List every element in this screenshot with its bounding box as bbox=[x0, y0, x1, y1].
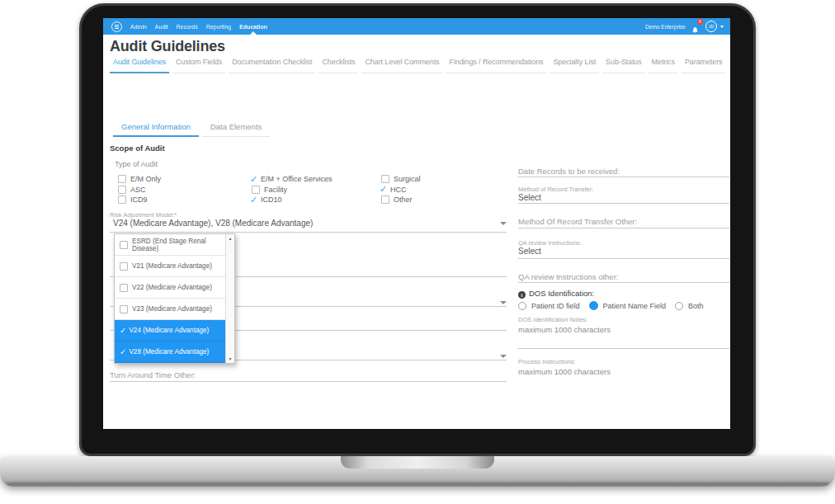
checkbox-icon bbox=[120, 284, 128, 292]
text-field-underline[interactable] bbox=[518, 228, 729, 228]
option-label: ESRD (End Stage Renal Disease) bbox=[132, 238, 224, 252]
dos-notes-textarea[interactable]: maximum 1000 characters bbox=[518, 325, 611, 334]
option-label: V23 (Medicare Advantage) bbox=[132, 305, 212, 313]
right-form-column: Date Records to be received: Method of R… bbox=[518, 18, 729, 429]
page-title: Audit Guidelines bbox=[110, 38, 225, 55]
dos-radio-group: Patient ID field Patient Name Field Both bbox=[518, 301, 704, 310]
checkbox-icon bbox=[252, 186, 260, 194]
date-records-label: Date Records to be received: bbox=[518, 167, 620, 176]
field-underline bbox=[110, 232, 507, 233]
radio-label-patient-name[interactable]: Patient Name Field bbox=[603, 302, 667, 310]
checkbox-icon bbox=[381, 175, 389, 183]
process-instructions-label: Process Instructions: bbox=[518, 358, 576, 365]
dos-identification-notes-label: DOS Identification Notes: bbox=[518, 316, 587, 323]
subtab-data-elements[interactable]: Data Elements bbox=[202, 122, 270, 137]
dropdown-option-v21[interactable]: V21 (Medicare Advantage) bbox=[115, 256, 234, 277]
checkbox-icon bbox=[120, 241, 128, 249]
option-label: V21 (Medicare Advantage) bbox=[132, 262, 212, 270]
scope-of-audit-heading: Scope of Audit bbox=[110, 144, 165, 153]
laptop-mockup-stage: Admin Audit Records Reporting Education … bbox=[0, 0, 835, 504]
scroll-down-icon[interactable]: ▼ bbox=[226, 356, 234, 362]
checkmark-icon: ✓ bbox=[120, 326, 126, 335]
sub-tab-bar: General Information Data Elements bbox=[113, 122, 273, 137]
radio-label-both[interactable]: Both bbox=[688, 302, 704, 310]
checkbox-surgical[interactable]: Surgical bbox=[381, 174, 505, 185]
chevron-down-icon[interactable] bbox=[500, 301, 507, 304]
checkmark-icon: ✓ bbox=[250, 176, 261, 183]
method-of-record-transfer-select[interactable]: Select bbox=[518, 193, 541, 202]
select-field-underline bbox=[518, 258, 729, 259]
scroll-up-icon[interactable]: ▲ bbox=[226, 235, 234, 242]
checkbox-em-only[interactable]: E/M Only bbox=[118, 174, 252, 185]
tab-documentation-checklist[interactable]: Documentation Checklist bbox=[229, 58, 315, 73]
checkbox-icon bbox=[118, 195, 126, 204]
qa-review-instructions-label: QA review Instructions: bbox=[518, 239, 582, 247]
dropdown-option-v22[interactable]: V22 (Medicare Advantage) bbox=[115, 277, 234, 299]
dos-identification-label: DOS Identification: bbox=[529, 289, 594, 298]
chevron-down-icon[interactable] bbox=[500, 355, 507, 358]
subtab-general-information[interactable]: General Information bbox=[113, 122, 199, 137]
nav-item-admin[interactable]: Admin bbox=[130, 18, 147, 35]
checkbox-label: E/M + Office Services bbox=[261, 175, 333, 183]
checkmark-icon: ✓ bbox=[250, 196, 261, 204]
radio-unselected-icon[interactable] bbox=[675, 302, 683, 310]
checkbox-icd10[interactable]: ✓ICD10 bbox=[252, 195, 381, 205]
radio-selected-icon[interactable] bbox=[589, 301, 598, 310]
type-of-audit-label: Type of Audit bbox=[115, 160, 158, 168]
nav-item-education[interactable]: Education bbox=[239, 18, 267, 35]
process-instructions-textarea[interactable]: maximum 1000 characters bbox=[518, 367, 611, 376]
checkbox-label: E/M Only bbox=[130, 175, 161, 183]
risk-adjustment-model-value[interactable]: V24 (Medicare Advantage), V28 (Medicare … bbox=[113, 219, 313, 228]
checkbox-icd9[interactable]: ICD9 bbox=[118, 195, 252, 205]
select-field-underline bbox=[518, 203, 729, 204]
radio-unselected-icon[interactable] bbox=[518, 302, 526, 310]
tab-chart-level-comments[interactable]: Chart Level Comments bbox=[361, 58, 442, 73]
dropdown-scrollbar[interactable]: ▲ ▼ bbox=[225, 234, 234, 363]
turn-around-time-other-label: Turn Around Time Other: bbox=[110, 370, 196, 379]
textarea-underline bbox=[518, 348, 729, 349]
dropdown-option-v23[interactable]: V23 (Medicare Advantage) bbox=[115, 299, 234, 320]
checkbox-icon bbox=[120, 305, 128, 313]
checkbox-em-office-services[interactable]: ✓E/M + Office Services bbox=[252, 174, 381, 185]
tab-checklists[interactable]: Checklists bbox=[318, 58, 358, 73]
laptop-base bbox=[0, 456, 835, 487]
checkbox-icon bbox=[118, 186, 126, 194]
checkmark-icon: ✓ bbox=[120, 347, 126, 356]
checkbox-facility[interactable]: Facility bbox=[252, 185, 381, 195]
dropdown-option-esrd[interactable]: ESRD (End Stage Renal Disease) bbox=[115, 234, 234, 256]
option-label: V22 (Medicare Advantage) bbox=[132, 284, 212, 291]
tab-custom-fields[interactable]: Custom Fields bbox=[172, 58, 225, 73]
hamburger-menu-icon[interactable] bbox=[111, 21, 122, 32]
type-of-audit-checkbox-grid: E/M Only ASC ICD9 ✓E/M + Office Services… bbox=[118, 174, 505, 205]
dropdown-option-v24-selected[interactable]: ✓V24 (Medicare Advantage) bbox=[115, 320, 234, 341]
date-records-field-underline[interactable] bbox=[518, 177, 729, 177]
qa-review-instructions-other-label: QA review Instructions other: bbox=[518, 272, 618, 281]
nav-item-records[interactable]: Records bbox=[177, 18, 198, 35]
checkbox-asc[interactable]: ASC bbox=[118, 185, 252, 195]
tab-audit-guidelines[interactable]: Audit Guidelines bbox=[110, 58, 169, 73]
dropdown-option-v28-selected[interactable]: ✓V28 (Medicare Advantage) bbox=[115, 341, 234, 363]
radio-label-patient-id[interactable]: Patient ID field bbox=[531, 302, 580, 310]
text-field-underline[interactable] bbox=[518, 282, 729, 283]
info-icon[interactable]: i bbox=[518, 291, 526, 299]
risk-adjustment-model-dropdown: ESRD (End Stage Renal Disease) V21 (Medi… bbox=[114, 233, 235, 364]
risk-adjustment-model-label: Risk Adjustment Model:* bbox=[110, 211, 177, 219]
checkbox-label: Other bbox=[394, 195, 413, 204]
text-field-underline[interactable] bbox=[110, 381, 507, 382]
qa-review-instructions-select[interactable]: Select bbox=[518, 247, 541, 256]
checkbox-other[interactable]: Other bbox=[381, 195, 505, 205]
checkbox-hcc[interactable]: ✓HCC bbox=[381, 185, 505, 195]
nav-item-audit[interactable]: Audit bbox=[155, 18, 168, 35]
chevron-down-icon[interactable] bbox=[500, 222, 507, 225]
checkbox-label: ICD10 bbox=[261, 195, 282, 204]
option-label: V28 (Medicare Advantage) bbox=[129, 348, 209, 356]
nav-item-reporting[interactable]: Reporting bbox=[206, 18, 231, 35]
app-screen: Admin Audit Records Reporting Education … bbox=[103, 18, 730, 429]
option-label: V24 (Medicare Advantage) bbox=[129, 327, 209, 334]
checkbox-label: ICD9 bbox=[130, 195, 148, 204]
main-nav: Admin Audit Records Reporting Education bbox=[130, 18, 267, 35]
checkbox-label: Facility bbox=[264, 186, 287, 194]
dos-identification-row: iDOS Identification: bbox=[518, 289, 594, 299]
checkmark-icon: ✓ bbox=[380, 186, 390, 193]
checkbox-icon bbox=[381, 195, 389, 204]
